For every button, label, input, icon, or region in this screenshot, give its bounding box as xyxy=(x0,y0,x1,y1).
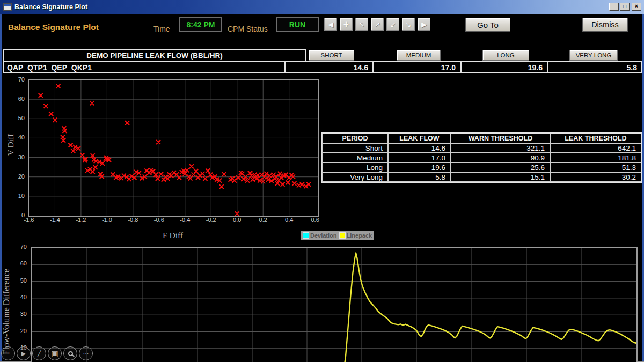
window-icon[interactable] xyxy=(3,3,12,11)
linepack-swatch-icon xyxy=(339,232,346,239)
legend-item-linepack[interactable]: Linepack xyxy=(339,232,372,239)
scatter-xtick-0.6: 0.6 xyxy=(304,217,326,223)
tile-toolbar-button[interactable]: ▣ xyxy=(48,346,62,360)
threshold-table: PERIODLEAK FLOWWARN THRESHOLDLEAK THRESH… xyxy=(321,132,642,183)
period-button-long[interactable]: LONG xyxy=(482,50,529,61)
threshold-cell-0-3: 642.1 xyxy=(550,143,641,153)
scatter-xtick--1.6: -1.6 xyxy=(18,217,40,223)
threshold-cell-3-1: 5.8 xyxy=(388,172,451,182)
flow-volume-trend-plot[interactable] xyxy=(31,247,638,362)
arrow-up-right-button[interactable]: ↗ xyxy=(371,18,384,31)
scatter-ytick-60: 60 xyxy=(11,95,25,102)
threshold-cell-0-1: 14.6 xyxy=(388,143,451,153)
threshold-header-1: LEAK FLOW xyxy=(388,134,451,143)
trend-ytick-20: 20 xyxy=(13,328,27,334)
scatter-xtick-0.4: 0.4 xyxy=(279,217,300,223)
scatter-x-axis-title: F Diff xyxy=(151,231,194,240)
threshold-cell-1-0: Medium xyxy=(322,153,388,162)
scatter-y-axis-title: V Diff xyxy=(6,123,16,166)
close-button[interactable]: × xyxy=(632,3,641,11)
legend-label: Linepack xyxy=(347,232,372,239)
trend-ytick-30: 30 xyxy=(13,311,27,317)
period-button-short[interactable]: SHORT xyxy=(309,50,354,61)
zoom-toolbar-button[interactable] xyxy=(63,346,77,360)
scatter-xtick-0.0: 0.0 xyxy=(226,217,248,223)
threshold-header-3: LEAK THRESHOLD xyxy=(550,134,641,143)
navigation-buttons: ◀+↖↗↙↘▶ xyxy=(324,18,430,31)
threshold-cell-0-0: Short xyxy=(322,143,388,153)
arrow-left-button[interactable]: ◀ xyxy=(324,18,337,31)
banner-value-2: 19.6 xyxy=(461,61,548,73)
banner-value-3: 5.8 xyxy=(548,61,642,73)
scatter-ytick-20: 20 xyxy=(11,173,25,180)
scatter-xtick--1.2: -1.2 xyxy=(70,217,92,223)
scatter-ytick-10: 10 xyxy=(11,193,25,199)
magnifier-icon xyxy=(68,351,73,356)
threshold-cell-3-3: 30.2 xyxy=(550,172,641,182)
chart-legend: DeviationLinepack xyxy=(301,231,374,240)
trend-ytick-40: 40 xyxy=(13,294,27,300)
play-toolbar-button[interactable]: ▶ xyxy=(17,346,31,360)
minimize-button[interactable]: _ xyxy=(609,3,619,11)
scatter-points xyxy=(39,84,311,216)
time-value-box: 8:42 PM xyxy=(179,17,222,32)
arrow-down-right-button[interactable]: ↘ xyxy=(402,18,415,31)
threshold-header-2: WARN THRESHOLD xyxy=(451,134,550,143)
period-button-very-long[interactable]: VERY LONG xyxy=(569,50,618,61)
threshold-cell-1-1: 17.0 xyxy=(388,153,451,162)
legend-item-deviation[interactable]: Deviation xyxy=(303,232,337,239)
leak-flow-banner: DEMO PIPELINE LEAK FLOW (BBL/HR) SHORTME… xyxy=(3,49,642,73)
threshold-cell-2-1: 19.6 xyxy=(388,162,451,172)
page-title: Balance Signature Plot xyxy=(8,23,99,32)
app-header: Balance Signature Plot Time 8:42 PM CPM … xyxy=(2,14,642,48)
scatter-xtick-0.2: 0.2 xyxy=(252,217,274,223)
scatter-ytick-50: 50 xyxy=(11,115,25,121)
threshold-cell-1-2: 90.9 xyxy=(451,153,550,162)
threshold-cell-1-3: 181.8 xyxy=(550,153,641,162)
scatter-xtick--0.4: -0.4 xyxy=(174,217,196,223)
scatter-xtick--1.0: -1.0 xyxy=(96,217,118,223)
threshold-cell-3-2: 15.1 xyxy=(451,172,550,182)
trend-y-axis-title: Flow-Volume Difference xyxy=(2,253,13,362)
scatter-xtick--0.6: -0.6 xyxy=(148,217,170,223)
threshold-cell-3-0: Very Long xyxy=(322,172,388,182)
linepack-line xyxy=(343,253,636,362)
trend-ytick-50: 50 xyxy=(13,277,27,284)
go-to-button[interactable]: Go To xyxy=(465,18,510,32)
threshold-cell-2-3: 51.3 xyxy=(550,162,641,172)
dismiss-button[interactable]: Dismiss xyxy=(582,18,628,32)
maximize-button[interactable]: □ xyxy=(620,3,630,11)
meter-group-name: QAP_QTP1_QEP_QKP1 xyxy=(3,61,286,73)
deviation-swatch-icon xyxy=(303,232,309,239)
arrow-up-left-button[interactable]: ↖ xyxy=(355,18,368,31)
time-label: Time xyxy=(153,25,170,33)
signature-scatter-plot[interactable] xyxy=(28,79,319,217)
threshold-cell-0-2: 321.1 xyxy=(451,143,550,153)
chart-toolbar: ▶╱▣··· xyxy=(1,346,93,360)
scatter-xtick--0.2: -0.2 xyxy=(200,217,222,223)
move-button[interactable]: + xyxy=(340,18,353,31)
blank-toolbar-button[interactable] xyxy=(1,346,15,360)
window-title: Balance Signature Plot xyxy=(14,3,87,11)
pen-toolbar-button[interactable]: ╱ xyxy=(32,346,46,360)
period-button-medium[interactable]: MEDIUM xyxy=(397,50,441,61)
threshold-cell-2-0: Long xyxy=(322,162,388,172)
title-bar[interactable]: Balance Signature Plot _ □ × xyxy=(0,0,644,14)
arrow-right-button[interactable]: ▶ xyxy=(418,18,430,31)
balance-signature-plot-window: Balance Signature Plot _ □ × Balance Sig… xyxy=(0,0,644,362)
scatter-ytick-70: 70 xyxy=(11,76,25,83)
cpm-status-label: CPM Status xyxy=(228,25,268,33)
threshold-header-0: PERIOD xyxy=(322,134,388,143)
scatter-xtick--0.8: -0.8 xyxy=(122,217,144,223)
trend-ytick-60: 60 xyxy=(13,260,27,267)
threshold-cell-2-2: 25.6 xyxy=(451,162,550,172)
banner-title: DEMO PIPELINE LEAK FLOW (BBL/HR) xyxy=(3,49,306,62)
scatter-xtick--1.4: -1.4 xyxy=(44,217,65,223)
more-toolbar-button[interactable]: ··· xyxy=(79,346,93,360)
banner-value-1: 17.0 xyxy=(374,61,461,73)
legend-label: Deviation xyxy=(310,232,337,239)
cpm-status-value-box: RUN xyxy=(276,17,319,32)
arrow-down-left-button[interactable]: ↙ xyxy=(386,18,399,31)
banner-value-0: 14.6 xyxy=(286,61,374,73)
trend-ytick-70: 70 xyxy=(13,243,27,250)
